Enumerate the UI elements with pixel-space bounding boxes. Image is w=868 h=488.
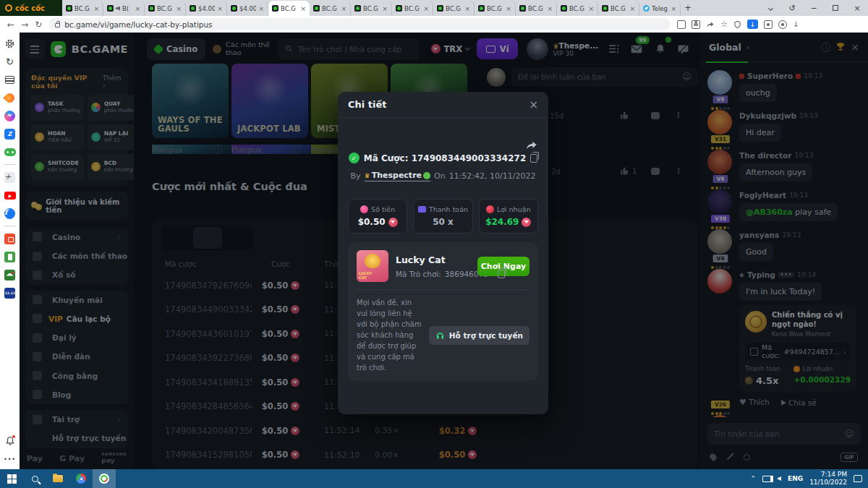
vip-bonus-card[interactable]: SHITCODEtiền thưởng [31, 154, 84, 180]
mail-icon[interactable]: 99 [629, 40, 644, 58]
username[interactable]: The director19:13 [739, 151, 861, 160]
live-support-button[interactable]: Hỗ trợ trực tuyến [429, 326, 529, 345]
tab-close-icon[interactable]: × [93, 5, 99, 12]
profile-icon[interactable] [778, 20, 787, 29]
coccoc-taskbar-icon[interactable] [93, 469, 116, 488]
tab-close-icon[interactable]: × [176, 5, 182, 12]
game-search[interactable] [278, 38, 420, 60]
share-icon[interactable] [525, 140, 538, 151]
browser-tab[interactable]: BC.G × [268, 1, 310, 16]
close-button[interactable]: × [846, 0, 868, 16]
taskbar-clock[interactable]: 7:14 PM11/10/2022 [809, 471, 847, 487]
bcgame-logo-icon[interactable] [51, 41, 66, 57]
notifications-bell-icon[interactable] [652, 40, 668, 58]
sidebar-nav-item[interactable]: Đại lý › [25, 328, 128, 347]
browser-tab[interactable]: BC.G × [475, 1, 516, 16]
sidebar-nav-item[interactable]: Xổ số › [25, 265, 128, 284]
back-icon[interactable]: ← [7, 20, 14, 30]
chat-rules-info-icon[interactable]: i [821, 43, 830, 52]
more-icon[interactable]: ••• [4, 453, 16, 465]
sidebar-nav-item[interactable]: Hỗ trợ trực tuyến › [25, 429, 128, 448]
file-explorer-icon[interactable] [46, 469, 69, 488]
taskbar-search-icon[interactable] [23, 469, 46, 488]
game-card[interactable]: WAYS OF THE GAULS [152, 64, 229, 138]
browser-tab[interactable]: BC.G × [392, 1, 433, 16]
username[interactable]: Dykukqgzjwb19:13 [739, 111, 861, 120]
game-card[interactable]: JACKPOT LAB [231, 64, 308, 138]
chat-room-selector[interactable]: Global [709, 42, 741, 53]
bettor-link[interactable]: ♛Thespectre [365, 171, 430, 181]
url-field[interactable]: bc.game/vi/game/lucky-cat-by-platipus [48, 18, 671, 30]
currency-selector[interactable]: TRX [431, 44, 470, 54]
messenger-icon[interactable] [4, 110, 16, 121]
browser-tab[interactable]: BC.G × [557, 1, 598, 16]
thumbs-up-icon[interactable] [620, 111, 629, 120]
like-action[interactable]: ♥ Thích [739, 398, 770, 407]
table-row[interactable]: 174908340957492992 $0.50 11:52:04 0.00× … [152, 467, 698, 469]
bets-tab[interactable] [164, 227, 193, 249]
bcgame-logo-text[interactable]: BC.GAME [72, 43, 128, 55]
game-thumbnail[interactable]: LUCKYCAT [357, 250, 388, 282]
win-share-card[interactable]: Chiến thắng có vị ngọt ngào!Keno Wow Mom… [739, 305, 856, 392]
username[interactable]: FoglyHeart19:13 [739, 191, 861, 200]
menu-hamburger-icon[interactable] [25, 39, 45, 59]
chat-close-icon[interactable]: × [851, 41, 859, 53]
education-app-icon[interactable] [4, 269, 16, 281]
language-indicator[interactable]: ENG [788, 475, 803, 482]
copy-icon[interactable] [530, 154, 537, 163]
sidebar-nav-item[interactable]: Diễn đàn › [25, 347, 128, 366]
youtube-icon[interactable]: ▶ [4, 189, 16, 201]
thumbs-up-icon[interactable] [620, 166, 629, 176]
sports-tab[interactable]: Các môn thể thao [213, 41, 271, 57]
tab-close-icon[interactable]: × [135, 5, 140, 12]
games-icon[interactable] [4, 146, 16, 158]
lock-icon[interactable] [55, 23, 60, 27]
avatar[interactable] [707, 70, 732, 95]
action-center-icon[interactable] [854, 475, 862, 482]
zalo-icon[interactable]: Z [4, 128, 16, 140]
trophy-icon[interactable] [835, 42, 846, 52]
reload-icon[interactable]: ↻ [35, 20, 42, 30]
provider-label[interactable]: Platipus [311, 145, 341, 154]
browser-tab[interactable]: B( × [103, 1, 145, 16]
extensions-icon[interactable] [764, 20, 773, 29]
wallet-button[interactable]: Ví [477, 38, 518, 59]
username[interactable]: ◈Typing•••19:14 [739, 270, 861, 279]
chat-input[interactable] [714, 429, 841, 438]
user-profile[interactable]: ♛Thespe...VIP 30 [527, 38, 598, 60]
bookmark-star-icon[interactable]: ☆ [720, 20, 728, 28]
avatar[interactable] [707, 415, 732, 417]
comment-field[interactable]: ☺ [511, 67, 698, 87]
info-icon[interactable]: i [213, 145, 223, 154]
tab-close-icon[interactable]: × [258, 5, 264, 12]
shield-icon[interactable] [733, 20, 741, 29]
emoji-smiley-icon[interactable]: ☺ [845, 429, 854, 439]
reading-list-icon[interactable] [4, 74, 16, 85]
table-row[interactable]: 174908342004873561 $0.50 11:52:14 0.35× … [152, 419, 698, 443]
vip-bonus-card[interactable]: QUAYphần thưởng [88, 95, 140, 121]
reply-bubble-icon[interactable] [651, 112, 660, 119]
browser-tab[interactable]: BC.G × [310, 1, 351, 16]
vip-bonus-card[interactable]: HOÀNTIỀN XẤU [31, 124, 84, 150]
bets-tab[interactable] [222, 227, 251, 249]
username[interactable]: yansyans19:13 [739, 231, 861, 239]
mention[interactable]: @AB360za [746, 207, 793, 217]
browser-tab[interactable]: $4.00 × [227, 1, 268, 16]
browser-tab[interactable]: BC.G × [62, 1, 103, 16]
settings-gear-icon[interactable] [4, 38, 16, 49]
coccoc-logo[interactable]: cốc cốc [0, 0, 62, 16]
browser-tab[interactable]: BC.G × [516, 1, 557, 16]
modal-close-icon[interactable]: × [529, 98, 538, 111]
share-icon[interactable] [706, 20, 715, 29]
table-row[interactable]: 174908341529810586 $0.50 11:52:10 0.00× … [152, 443, 698, 468]
referral-panel[interactable]: Giới thiệu và kiếm tiền [25, 192, 128, 221]
start-button[interactable] [0, 469, 23, 488]
username[interactable]: SuperHero19:13 [739, 72, 861, 80]
more-options-icon[interactable]: ⋮ [674, 111, 682, 120]
browser-tab[interactable]: BC.G × [351, 1, 392, 16]
notifications-bell-icon[interactable] [4, 435, 16, 447]
avatar[interactable] [707, 110, 732, 134]
new-tab-button[interactable]: + [681, 3, 695, 13]
tab-close-icon[interactable]: × [300, 5, 306, 12]
share-action[interactable]: Chia sẻ [781, 398, 817, 407]
